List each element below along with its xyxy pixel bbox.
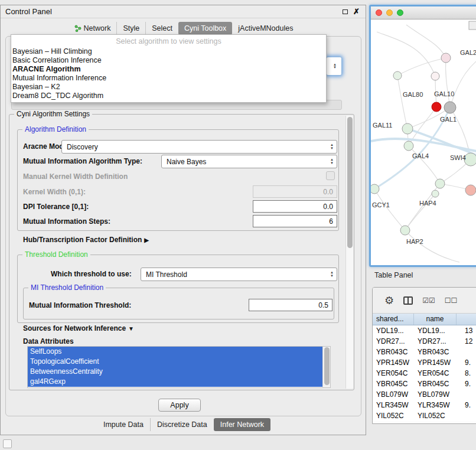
column-header-extra[interactable] (457, 314, 476, 325)
table-row[interactable]: YPR145WYPR145W9. (373, 357, 476, 368)
birdseye-toggle[interactable] (469, 21, 476, 30)
popup-item[interactable]: Dream8 DC_TDC Algorithm (11, 92, 326, 100)
maximize-icon[interactable] (343, 9, 348, 14)
node-label: GAL80 (403, 91, 423, 98)
popup-item[interactable]: Bayesian – Hill Climbing (11, 47, 326, 56)
table-panel-window: ⚙ ☑☑ ☐☐ shared... name YDL19...YDL19...1… (372, 287, 476, 424)
node[interactable] (432, 190, 439, 197)
table-row[interactable]: YER054CYER054C8. (373, 368, 476, 379)
close-icon[interactable]: ✗ (353, 9, 360, 15)
table-row[interactable]: YBR043CYBR043C (373, 347, 476, 357)
aracne-mode-select[interactable]: Discovery ▲▼ (61, 140, 337, 154)
node[interactable] (464, 153, 476, 166)
node-hap4[interactable] (435, 179, 445, 188)
kernel-width-input[interactable]: 0.0 (253, 185, 337, 198)
tab-cyni-toolbox[interactable]: Cyni Toolbox (178, 22, 232, 35)
list-scrollbar[interactable] (322, 347, 330, 387)
group-title: Cyni Algorithm Settings (14, 110, 92, 118)
tab-select[interactable]: Select (145, 22, 178, 35)
list-item[interactable]: BetweennessCentrality (28, 367, 322, 377)
popup-item-selected[interactable]: ARACNE Algorithm (11, 65, 326, 74)
table-panel-title: Table Panel (374, 271, 413, 279)
tab-discretize-data[interactable]: Discretize Data (150, 418, 214, 431)
minimize-traffic-light[interactable] (386, 9, 393, 16)
table-row[interactable]: YIL052CYIL052C (373, 410, 476, 421)
mi-algorithm-type-label: Mutual Information Algorithm Type: (23, 157, 142, 165)
node-gcy1[interactable] (371, 184, 379, 194)
node-label: HAP4 (419, 200, 436, 207)
node[interactable] (465, 185, 476, 195)
column-header-name[interactable]: name (414, 314, 457, 325)
node[interactable] (431, 72, 439, 80)
node-label: GAL11 (373, 122, 392, 129)
node-label: GCY1 (372, 201, 390, 208)
table-row[interactable]: YBL079WYBL079W (373, 389, 476, 400)
dpi-tolerance-input[interactable]: 0.0 (253, 200, 337, 213)
list-item[interactable]: TopologicalCoefficient (28, 357, 322, 367)
zoom-traffic-light[interactable] (397, 9, 403, 16)
hub-definition-toggle[interactable]: Hub/Transcription Factor Definition▶ (23, 236, 149, 244)
popup-item[interactable]: Mutual Information Inference (11, 74, 326, 83)
sources-toggle[interactable]: Sources for Network Inference▼ (23, 324, 134, 332)
minimized-window-icon[interactable] (3, 439, 12, 448)
combo-arrows-icon: ▲▼ (330, 141, 334, 153)
node-gal10[interactable] (444, 102, 456, 113)
popup-item[interactable]: Bayesian – K2 (11, 83, 326, 92)
tab-infer-network[interactable]: Infer Network (214, 418, 270, 431)
table-row[interactable]: YDR27...YDR27...12 (373, 336, 476, 347)
table-row[interactable]: YLR345WYLR345W9. (373, 400, 476, 410)
control-panel-titlebar[interactable]: Control Panel ✗ (1, 5, 366, 18)
algorithm-select-arrow-button[interactable]: ▲▼ (326, 57, 342, 76)
control-panel-window: Control Panel ✗ Network Style Select Cyn… (0, 5, 366, 435)
mi-steps-input[interactable]: 6 (253, 215, 337, 227)
mi-threshold-input[interactable]: 0.5 (249, 299, 332, 311)
kernel-width-label: Kernel Width (0,1): (23, 188, 86, 196)
node[interactable] (441, 53, 451, 63)
tab-impute-data[interactable]: Impute Data (97, 418, 150, 431)
node-gal4[interactable] (404, 141, 413, 151)
tab-style[interactable]: Style (116, 22, 145, 35)
which-threshold-label: Which threshold to use: (51, 270, 132, 278)
popup-item[interactable]: Basic Correlation Inference (11, 56, 326, 65)
tab-jactivemnodules[interactable]: jActiveMNodules (232, 22, 299, 35)
tab-network[interactable]: Network (69, 22, 117, 35)
scrollbar-thumb[interactable] (324, 347, 330, 385)
table-toolbar: ⚙ ☑☑ ☐☐ (373, 288, 476, 314)
table-row[interactable]: YBR045CYBR045C9. (373, 379, 476, 389)
node-label: GAL2 (460, 49, 476, 56)
scrollbar-thumb[interactable] (347, 117, 353, 248)
select-all-icon[interactable]: ☑☑ (422, 296, 435, 305)
columns-icon[interactable] (403, 296, 413, 305)
algorithm-popup: Select algorithm to view settings Bayesi… (11, 34, 327, 103)
node-hap2[interactable] (400, 226, 410, 235)
node-label: GAL10 (434, 90, 454, 97)
table-header: shared... name (373, 314, 476, 325)
node-gal11[interactable] (402, 123, 413, 134)
mi-threshold-label: Mutual Information Threshold: (29, 301, 131, 309)
manual-kernel-width-checkbox[interactable] (326, 171, 335, 180)
manual-kernel-width-label: Manual Kernel Width Definition (23, 172, 128, 181)
popup-placeholder: Select algorithm to view settings (11, 35, 326, 47)
node-selected[interactable] (432, 102, 441, 112)
data-attributes-label: Data Attributes (23, 337, 74, 345)
node[interactable] (393, 71, 402, 80)
apply-button[interactable]: Apply (158, 399, 201, 412)
which-threshold-select[interactable]: MI Threshold ▲▼ (141, 268, 337, 281)
table-row[interactable]: YDL19...YDL19...13 (373, 325, 476, 336)
bottom-tab-bar: Impute Data Discretize Data Infer Networ… (1, 418, 367, 431)
gear-icon[interactable]: ⚙ (384, 295, 394, 306)
list-item[interactable]: SelfLoops (28, 347, 322, 357)
column-header-shared-name[interactable]: shared... (373, 314, 414, 325)
network-tab-icon (74, 25, 81, 32)
node-label: HAP2 (406, 238, 423, 245)
list-item[interactable]: gal4RGexp (28, 377, 322, 387)
network-canvas[interactable]: GAL2 GAL80 GAL10 GAL11 GAL1 SWI4 GAL4 GC… (371, 20, 476, 265)
network-highlight-edges (371, 107, 476, 189)
deselect-all-icon[interactable]: ☐☐ (445, 296, 458, 305)
data-attributes-list[interactable]: SelfLoops TopologicalCoefficient Between… (27, 346, 331, 388)
settings-scrollbar[interactable] (345, 116, 353, 389)
mi-algorithm-type-select[interactable]: Naive Bayes ▲▼ (161, 155, 337, 168)
close-traffic-light[interactable] (376, 9, 382, 16)
mi-steps-label: Mutual Information Steps: (23, 217, 110, 226)
network-window-titlebar[interactable] (371, 6, 476, 19)
